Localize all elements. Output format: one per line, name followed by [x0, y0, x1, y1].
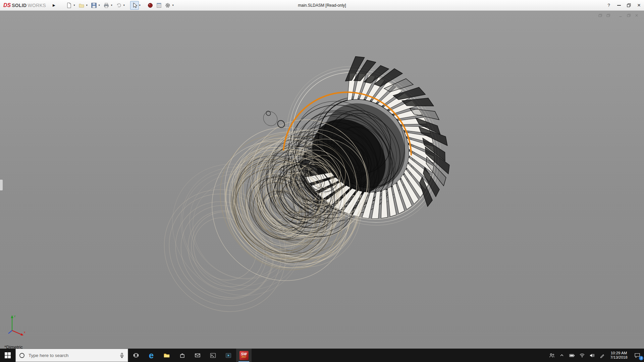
taskbar-clock[interactable]: 10:29 AM 7/13/2018 [607, 349, 631, 362]
minimize-button[interactable] [614, 0, 624, 10]
notification-badge: 2 [639, 356, 643, 360]
mail-button[interactable] [190, 349, 205, 362]
store-bag-icon [179, 353, 185, 358]
cortana-icon [19, 353, 25, 358]
windows-taskbar: e SW 2017 [0, 349, 644, 362]
document-title: main.SLDASM [Read-only] [298, 0, 346, 11]
microphone-icon[interactable] [119, 353, 124, 358]
undo-button[interactable] [114, 1, 123, 10]
doc-restore-icon[interactable] [596, 12, 603, 18]
brand-solid-text: SOLID [12, 3, 26, 8]
model-viewport[interactable]: Y x *Dimetric [0, 11, 644, 349]
options-button[interactable] [163, 1, 172, 10]
doc-close-button[interactable] [633, 12, 640, 18]
dropdown-caret[interactable]: ▾ [123, 4, 125, 7]
dropdown-caret[interactable]: ▾ [99, 4, 100, 7]
toolbar-flyout-button[interactable]: ▶ [51, 2, 57, 8]
triad-y-label: Y [14, 315, 16, 318]
doc-cascade-icon[interactable] [604, 12, 611, 18]
file-explorer-button[interactable] [159, 349, 174, 362]
select-cursor-icon [131, 2, 138, 8]
dropdown-caret[interactable]: ▾ [111, 4, 112, 7]
edge-browser-button[interactable]: e [144, 349, 159, 362]
mail-icon [195, 353, 201, 358]
windows-ink-button[interactable] [597, 349, 607, 362]
pen-icon [600, 353, 605, 358]
orientation-triad[interactable]: Y x [5, 313, 28, 340]
ds-logo-icon: DS [3, 2, 11, 8]
clock-date: 7/13/2018 [610, 355, 627, 360]
windows-logo-icon [5, 352, 11, 358]
doc-restore-button[interactable] [625, 12, 632, 18]
solidworks-app-button[interactable]: SW 2017 [236, 349, 252, 362]
people-icon [549, 353, 555, 358]
edge-icon: e [149, 351, 154, 360]
solidworks-logo: DS SOLIDWORKS [0, 2, 46, 8]
close-button[interactable]: × [634, 0, 644, 10]
brand-works-text: WORKS [28, 3, 46, 8]
save-icon [91, 2, 97, 8]
taskbar-search[interactable] [15, 349, 128, 362]
battery-icon [569, 353, 575, 358]
doc-minimize-button[interactable] [617, 12, 624, 18]
print-button[interactable] [102, 1, 111, 10]
main-toolbar: ▾ ▾ ▾ ▾ ▾ [65, 0, 176, 10]
window-controls: ? × [604, 0, 644, 10]
task-view-icon [133, 353, 139, 358]
people-button[interactable] [547, 349, 557, 362]
restore-icon [627, 3, 631, 7]
volume-button[interactable] [587, 349, 597, 362]
store-button[interactable] [174, 349, 190, 362]
solidworks-icon-year: 2017 [241, 356, 246, 358]
new-document-button[interactable] [65, 1, 73, 10]
design-binder-icon [156, 2, 162, 8]
wifi-icon [579, 353, 585, 358]
chevron-up-icon [559, 353, 564, 357]
open-folder-icon [78, 2, 85, 8]
engine-assembly-wireframe[interactable] [0, 11, 644, 349]
feature-panel-flyout-tab[interactable] [0, 179, 3, 191]
dropdown-caret[interactable]: ▾ [86, 4, 88, 7]
restore-button[interactable] [624, 0, 634, 10]
media-app-icon [225, 353, 231, 358]
document-window-controls [596, 12, 640, 18]
clock-time: 10:29 AM [610, 351, 627, 355]
system-tray: 10:29 AM 7/13/2018 2 [547, 349, 644, 362]
solidworks-icon: SW 2017 [239, 351, 249, 360]
hidden-icons-button[interactable] [557, 349, 567, 362]
dropdown-caret[interactable]: ▾ [74, 4, 75, 7]
start-button[interactable] [0, 349, 15, 362]
undo-icon [116, 2, 122, 8]
options-gear-icon [165, 2, 171, 8]
appearance-sphere-icon [147, 2, 153, 8]
view-orientation-label: *Dimetric [4, 345, 23, 349]
help-button[interactable]: ? [604, 0, 614, 10]
dropdown-caret[interactable]: ▾ [172, 4, 174, 7]
command-prompt-button[interactable] [205, 349, 221, 362]
minimize-icon [617, 5, 621, 6]
speaker-icon [589, 353, 595, 358]
open-document-button[interactable] [77, 1, 86, 10]
search-input[interactable] [28, 353, 116, 358]
network-button[interactable] [577, 349, 587, 362]
file-explorer-icon [163, 352, 170, 358]
new-document-icon [66, 2, 72, 8]
battery-button[interactable] [567, 349, 577, 362]
select-tool-button[interactable] [130, 1, 139, 10]
titlebar: DS SOLIDWORKS ▶ ▾ ▾ ▾ [0, 0, 644, 11]
save-button[interactable] [90, 1, 98, 10]
triad-x-label: x [24, 330, 25, 334]
media-app-button[interactable] [221, 349, 236, 362]
print-icon [103, 2, 109, 8]
appearance-button[interactable] [146, 1, 155, 10]
solidworks-icon-label: SW [241, 352, 247, 356]
task-view-button[interactable] [128, 349, 144, 362]
command-prompt-icon [210, 353, 216, 358]
action-center-button[interactable]: 2 [631, 349, 644, 362]
design-binder-button[interactable] [155, 1, 163, 10]
dropdown-caret[interactable]: ▾ [139, 4, 141, 7]
